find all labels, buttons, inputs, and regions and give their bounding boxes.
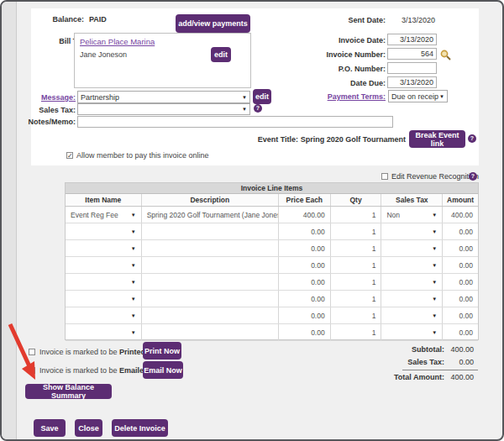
qty-input[interactable]: 1 bbox=[331, 291, 382, 307]
date-due-input[interactable]: 3/13/2020 bbox=[387, 76, 437, 88]
row-sales-tax-select[interactable]: ▼ bbox=[381, 307, 443, 323]
edit-revenue-help-icon[interactable]: ? bbox=[469, 172, 477, 181]
price-each-input[interactable]: 0.00 bbox=[279, 223, 331, 239]
line-items-header-row: Item Name Description Price Each Qty Sal… bbox=[66, 194, 478, 207]
qty-input[interactable]: 1 bbox=[331, 307, 382, 323]
price-each-input[interactable]: 0.00 bbox=[279, 240, 331, 256]
line-item-row: ▼0.001▼0.00 bbox=[66, 291, 478, 307]
item-name-select[interactable]: ▼ bbox=[66, 240, 142, 256]
chevron-down-icon: ▼ bbox=[432, 330, 437, 335]
print-now-button[interactable]: Print Now bbox=[143, 342, 181, 360]
item-name-select[interactable]: ▼ bbox=[66, 274, 142, 290]
bill-to-edit-button[interactable]: edit bbox=[211, 47, 231, 62]
line-items-table: Invoice Line Items Item Name Description… bbox=[65, 182, 479, 340]
description-input[interactable] bbox=[142, 307, 279, 323]
description-input[interactable] bbox=[142, 257, 279, 273]
col-item-name: Item Name bbox=[66, 194, 142, 206]
price-each-input[interactable]: 0.00 bbox=[279, 291, 331, 307]
bill-to-member-link[interactable]: Pelican Place Marina bbox=[80, 37, 155, 46]
chevron-down-icon: ▼ bbox=[432, 313, 437, 318]
description-input[interactable] bbox=[142, 240, 279, 256]
col-qty: Qty bbox=[331, 194, 382, 206]
qty-input[interactable]: 1 bbox=[331, 207, 382, 223]
price-each-input[interactable]: 0.00 bbox=[279, 307, 331, 323]
description-input[interactable] bbox=[142, 223, 279, 239]
subtotal-value: 400.00 bbox=[436, 345, 474, 354]
printed-checkbox[interactable] bbox=[29, 349, 35, 355]
row-sales-tax-select[interactable]: ▼ bbox=[381, 257, 443, 273]
row-sales-tax-select[interactable]: ▼ bbox=[381, 240, 443, 256]
item-name-select[interactable]: ▼ bbox=[66, 291, 142, 307]
email-now-button[interactable]: Email Now bbox=[143, 361, 183, 379]
qty-input[interactable]: 1 bbox=[331, 257, 382, 273]
emailed-label: Invoice is marked to be Emailed bbox=[39, 366, 149, 375]
add-view-payments-button[interactable]: add/view payments bbox=[176, 14, 250, 33]
qty-input[interactable]: 1 bbox=[331, 240, 382, 256]
col-price-each: Price Each bbox=[279, 194, 331, 206]
page-left-margin bbox=[2, 2, 17, 441]
break-event-help-icon[interactable]: ? bbox=[468, 134, 476, 143]
amount-value: 400.00 bbox=[443, 207, 478, 223]
description-input[interactable] bbox=[142, 291, 279, 307]
edit-revenue-label: Edit Revenue Recognition bbox=[391, 172, 479, 181]
sales-tax-select[interactable]: ▼ bbox=[77, 103, 250, 115]
close-button[interactable]: Close bbox=[75, 419, 102, 437]
row-sales-tax-select[interactable]: ▼ bbox=[381, 324, 443, 340]
notes-memo-input[interactable] bbox=[77, 116, 393, 128]
qty-input[interactable]: 1 bbox=[331, 223, 382, 239]
amount-value: 0.00 bbox=[443, 291, 478, 307]
item-name-select[interactable]: ▼ bbox=[66, 223, 142, 239]
price-each-input[interactable]: 0.00 bbox=[279, 257, 331, 273]
row-sales-tax-select[interactable]: ▼ bbox=[381, 223, 443, 239]
invoice-editor-window: Balance: PAID add/view payments Sent Dat… bbox=[0, 0, 504, 441]
delete-invoice-button[interactable]: Delete Invoice bbox=[112, 419, 168, 437]
date-due-label: Date Due: bbox=[296, 79, 386, 87]
line-item-row: ▼0.001▼0.00 bbox=[66, 257, 478, 274]
emailed-checkbox[interactable] bbox=[29, 367, 35, 374]
row-sales-tax-select[interactable]: ▼ bbox=[381, 274, 443, 290]
amount-value: 0.00 bbox=[443, 223, 478, 239]
line-item-row: Event Reg Fee▼Spring 2020 Golf Tournamen… bbox=[66, 207, 478, 223]
show-balance-summary-button[interactable]: Show Balance Summary bbox=[25, 384, 112, 399]
sales-tax-help-icon[interactable]: ? bbox=[254, 104, 262, 113]
event-title-label: Event Title: bbox=[258, 135, 298, 144]
allow-online-label: Allow member to pay this invoice online bbox=[76, 151, 209, 160]
allow-online-checkbox[interactable]: ✓ bbox=[66, 152, 73, 159]
price-each-input[interactable]: 0.00 bbox=[279, 274, 331, 290]
chevron-down-icon: ▼ bbox=[131, 229, 136, 234]
invoice-date-input[interactable]: 3/13/2020 bbox=[387, 34, 437, 45]
po-number-input[interactable] bbox=[387, 62, 437, 74]
break-event-link-button[interactable]: Break Event link bbox=[409, 130, 465, 148]
price-each-input[interactable]: 400.00 bbox=[279, 207, 331, 223]
description-input[interactable] bbox=[142, 274, 279, 290]
row-sales-tax-select[interactable]: ▼ bbox=[381, 291, 443, 307]
payment-terms-label[interactable]: Payment Terms: bbox=[296, 92, 386, 101]
payment-terms-select[interactable]: Due on receipt ▼ bbox=[388, 90, 448, 102]
invoice-number-input[interactable]: 564 bbox=[387, 48, 437, 60]
save-button[interactable]: Save bbox=[34, 419, 66, 437]
message-label[interactable]: Message: bbox=[18, 93, 76, 102]
message-select[interactable]: Partnership ▼ bbox=[77, 91, 250, 103]
message-edit-button[interactable]: edit bbox=[253, 89, 271, 104]
price-each-input[interactable]: 0.00 bbox=[279, 324, 331, 340]
chevron-down-icon: ▼ bbox=[131, 280, 136, 285]
qty-input[interactable]: 1 bbox=[331, 324, 382, 340]
invoice-lookup-icon[interactable] bbox=[439, 49, 451, 60]
row-sales-tax-select[interactable]: Non▼ bbox=[381, 207, 443, 223]
description-input[interactable]: Spring 2020 Golf Tournament (Jane Joneso… bbox=[142, 207, 279, 223]
event-title-value: Spring 2020 Golf Tournament bbox=[301, 135, 406, 144]
total-amount-label: Total Amount: bbox=[363, 373, 444, 381]
total-amount-value: 400.00 bbox=[436, 373, 474, 381]
chevron-down-icon: ▼ bbox=[131, 246, 136, 251]
item-name-select[interactable]: ▼ bbox=[66, 324, 142, 340]
bill-to-contact: Jane Joneson bbox=[80, 50, 127, 59]
line-item-row: ▼0.001▼0.00 bbox=[66, 307, 478, 324]
description-input[interactable] bbox=[142, 324, 279, 340]
qty-input[interactable]: 1 bbox=[331, 274, 382, 290]
sales-tax-label: Sales Tax: bbox=[18, 106, 76, 114]
item-name-select[interactable]: ▼ bbox=[66, 307, 142, 323]
item-name-select[interactable]: Event Reg Fee▼ bbox=[66, 207, 142, 223]
item-name-select[interactable]: ▼ bbox=[66, 257, 142, 273]
sent-date-value: 3/13/2020 bbox=[388, 16, 435, 24]
edit-revenue-checkbox[interactable] bbox=[381, 173, 388, 180]
